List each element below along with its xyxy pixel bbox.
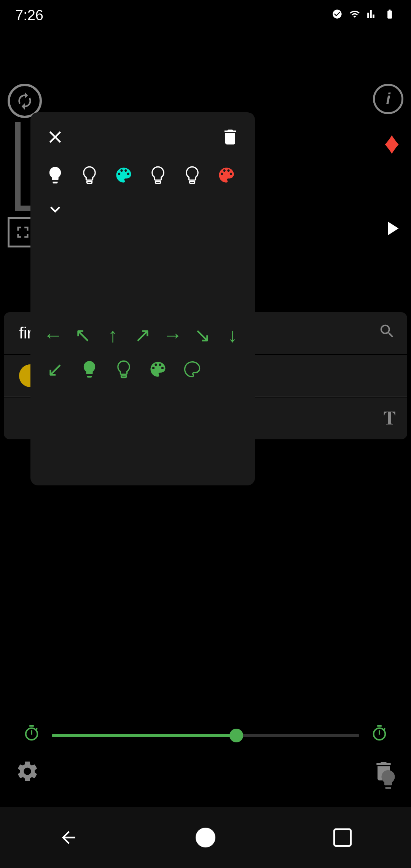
play-button[interactable] — [381, 217, 403, 245]
palette-green-outline-button[interactable] — [179, 356, 206, 383]
lightbulb-white-button[interactable] — [42, 162, 68, 188]
battery-icon — [384, 8, 396, 22]
modal-close-button[interactable] — [42, 124, 68, 150]
progress-fill — [52, 734, 236, 737]
arrow-up-left-button[interactable]: ↖ — [72, 322, 94, 348]
arrow-up-button[interactable]: ↑ — [102, 322, 124, 348]
notification-icon — [332, 8, 342, 22]
palette-cyan-button[interactable] — [110, 162, 137, 188]
lightbulb-corner-icon[interactable] — [377, 768, 400, 796]
palette-green-filled-button[interactable] — [145, 356, 171, 383]
modal-header — [42, 124, 244, 150]
timer-left-icon — [23, 724, 40, 746]
status-time: 7:26 — [15, 7, 43, 24]
search-icon — [378, 322, 396, 344]
modal-delete-button[interactable] — [217, 124, 244, 150]
lightbulb-outline-button[interactable] — [76, 162, 103, 188]
arrow-left-button[interactable]: ← — [42, 322, 64, 348]
status-bar: 7:26 — [0, 0, 411, 30]
lightbulb-green-outline-button[interactable] — [110, 356, 137, 383]
modal-arrow-row-1: ← ↖ ↑ ↗ → ↘ ↓ — [42, 322, 244, 348]
back-button[interactable] — [49, 819, 88, 857]
arrow-down-left-button[interactable]: ↙ — [42, 356, 68, 383]
red-flag-icon: ♦ — [384, 126, 400, 161]
signal-icon — [367, 8, 378, 22]
modal-dialog: ← ↖ ↑ ↗ → ↘ ↓ ↙ — [30, 112, 255, 485]
lightbulb-green-filled-button[interactable] — [76, 356, 103, 383]
timer-right-icon — [371, 724, 388, 746]
lightbulb-outline3-button[interactable] — [179, 162, 206, 188]
arrow-up-right-button[interactable]: ↗ — [132, 322, 154, 348]
progress-thumb[interactable] — [229, 729, 243, 742]
bottom-nav — [0, 807, 411, 868]
modal-icons-row-1 — [42, 162, 244, 223]
wifi-icon — [349, 8, 361, 22]
modal-spacer — [42, 230, 244, 322]
lightbulb-outline2-button[interactable] — [145, 162, 171, 188]
progress-track[interactable] — [52, 734, 359, 737]
font-icon: 𝐓 — [383, 407, 396, 429]
settings-icon[interactable] — [15, 759, 40, 788]
modal-arrow-row-2: ↙ — [42, 356, 244, 383]
arrow-down-green-button[interactable]: ↓ — [221, 322, 244, 348]
arrow-down-right-button[interactable]: ↘ — [191, 322, 214, 348]
arrow-right-button[interactable]: → — [161, 322, 184, 348]
info-icon[interactable]: i — [373, 84, 403, 114]
bottom-controls — [0, 759, 411, 788]
palette-red-button[interactable] — [213, 162, 240, 188]
recents-button[interactable] — [323, 819, 362, 857]
arrow-down-button[interactable] — [42, 196, 68, 223]
slider-area[interactable] — [0, 724, 411, 746]
home-button[interactable] — [186, 819, 225, 857]
status-icons — [332, 8, 396, 22]
